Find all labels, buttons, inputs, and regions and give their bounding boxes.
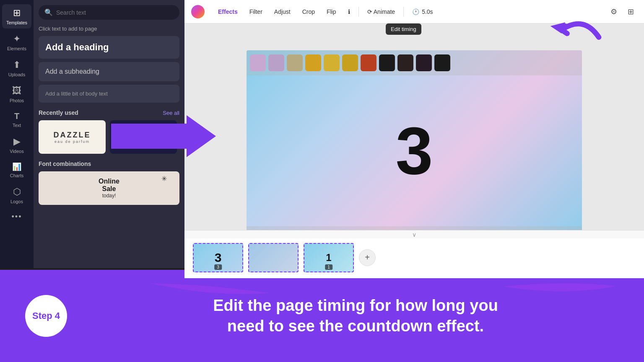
film-hole <box>416 54 432 71</box>
page-num-badge-3: 1 <box>325 264 332 270</box>
filter-button[interactable]: Filter <box>244 6 267 18</box>
more-icon: ••• <box>12 212 22 221</box>
add-body-button[interactable]: Add a little bit of body text <box>39 85 179 103</box>
template-dazzle[interactable]: DAZZLE eau de parfum <box>39 120 106 154</box>
template-dazzle-name: DAZZLE <box>54 131 91 140</box>
toolbar-separator <box>358 7 359 17</box>
sidebar-item-elements[interactable]: ✦ Elements <box>2 30 31 54</box>
bottom-section: Step 4 Edit the page timing for how long… <box>0 270 644 362</box>
photos-icon: 🖼 <box>12 85 21 96</box>
elements-icon: ✦ <box>13 34 21 44</box>
page-thumb-2-content <box>249 244 298 272</box>
film-hole <box>342 54 358 71</box>
page-num-badge-1: 3 <box>214 264 222 270</box>
font-combinations-title: Font combinations <box>39 160 179 167</box>
film-hole <box>397 54 413 71</box>
bottom-description-line1: Edit the page timing for how long you <box>84 295 627 316</box>
collapse-handle[interactable]: ∨ <box>184 230 644 238</box>
info-button[interactable]: ℹ <box>343 6 355 18</box>
film-hole <box>434 54 450 71</box>
sidebar-label-elements: Elements <box>7 46 26 51</box>
step-label: Step 4 <box>32 310 60 321</box>
sidebar-label-photos: Photos <box>10 98 24 103</box>
search-container: 🔍 <box>39 5 179 20</box>
add-subheading-button[interactable]: Add a subheading <box>39 62 179 81</box>
crop-button[interactable]: Crop <box>297 6 320 18</box>
online-sale-line1: Online <box>99 178 119 185</box>
sidebar-item-charts[interactable]: 📊 Charts <box>2 159 31 181</box>
sidebar-item-photos[interactable]: 🖼 Photos <box>2 82 31 106</box>
font-card-online-sale[interactable]: ✳ Online Sale today! <box>39 171 179 205</box>
edit-timing-tooltip: Edit timing <box>386 23 421 35</box>
arrow-indicator-right <box>111 113 216 159</box>
toolbar-right: ⚙ ⊞ <box>607 5 637 18</box>
templates-icon: ⊞ <box>13 8 21 18</box>
film-hole <box>268 54 284 71</box>
film-hole <box>324 54 340 71</box>
bottom-text: Edit the page timing for how long you ne… <box>84 295 627 337</box>
countdown-number: 3 <box>396 117 433 184</box>
svg-marker-1 <box>111 115 216 157</box>
text-icon: T <box>14 111 19 121</box>
timing-button[interactable]: 🕐 5.0s <box>407 6 438 18</box>
sidebar-item-videos[interactable]: ▶ Videos <box>2 133 31 157</box>
adjust-button[interactable]: Adjust <box>269 6 296 18</box>
sidebar-item-logos[interactable]: ⬡ Logos <box>2 183 31 207</box>
step-circle: Step 4 <box>25 295 67 337</box>
timing-value: 5.0s <box>422 8 433 15</box>
recently-used-title: Recently used <box>39 109 78 116</box>
star-icon: ✳ <box>161 175 167 183</box>
online-sale-line2: Sale <box>102 185 116 193</box>
film-hole <box>287 54 303 71</box>
sidebar-item-text[interactable]: T Text <box>2 108 31 131</box>
online-sale-line3: today! <box>102 193 116 199</box>
charts-icon: 📊 <box>12 162 21 171</box>
videos-icon: ▶ <box>13 136 21 147</box>
page-thumb-3[interactable]: 1 1 <box>304 243 354 272</box>
animate-button[interactable]: ⟳ Animate <box>362 6 400 18</box>
sidebar-label-charts: Charts <box>10 173 23 178</box>
search-input[interactable] <box>56 9 174 16</box>
film-hole <box>250 54 266 71</box>
sidebar: ⊞ Templates ✦ Elements ⬆ Uploads 🖼 Photo… <box>0 0 34 268</box>
sidebar-label-logos: Logos <box>10 199 23 204</box>
toolbar-separator2 <box>403 7 404 17</box>
film-strip-top <box>247 50 582 75</box>
customize-button[interactable]: ⚙ <box>607 5 621 18</box>
search-icon: 🔍 <box>44 8 53 16</box>
sidebar-label-templates: Templates <box>6 20 27 25</box>
add-heading-button[interactable]: Add a heading <box>39 36 179 59</box>
sidebar-label-videos: Videos <box>10 149 23 154</box>
arrow-indicator-top <box>539 4 606 63</box>
film-canvas: 3 <box>247 50 582 251</box>
clock-icon: 🕐 <box>412 8 419 15</box>
uploads-icon: ⬆ <box>13 59 21 70</box>
app-logo <box>191 5 205 18</box>
template-dazzle-sub: eau de parfum <box>55 140 90 144</box>
film-hole <box>361 54 377 71</box>
sidebar-item-more[interactable]: ••• <box>2 209 31 225</box>
sidebar-item-templates[interactable]: ⊞ Templates <box>2 4 31 28</box>
flip-button[interactable]: Flip <box>322 6 341 18</box>
click-hint: Click text to add to page <box>39 26 179 32</box>
film-hole <box>379 54 395 71</box>
expand-button[interactable]: ⊞ <box>624 5 637 18</box>
animate-icon: ⟳ <box>367 8 374 15</box>
tooltip-text: Edit timing <box>391 26 416 32</box>
page-strip: 3 3 1 1 + <box>184 236 644 278</box>
chevron-down-icon: ∨ <box>412 231 416 238</box>
sidebar-label-uploads: Uploads <box>8 72 25 77</box>
page-thumb-2[interactable] <box>248 243 299 272</box>
sidebar-label-text: Text <box>13 123 21 128</box>
film-hole <box>305 54 321 71</box>
logos-icon: ⬡ <box>13 186 21 197</box>
bottom-description-line2: need to see the countdown effect. <box>84 316 627 336</box>
add-page-button[interactable]: + <box>359 249 376 266</box>
sidebar-item-uploads[interactable]: ⬆ Uploads <box>2 56 31 80</box>
page-thumb-1[interactable]: 3 3 <box>193 243 243 272</box>
effects-button[interactable]: Effects <box>213 6 243 18</box>
